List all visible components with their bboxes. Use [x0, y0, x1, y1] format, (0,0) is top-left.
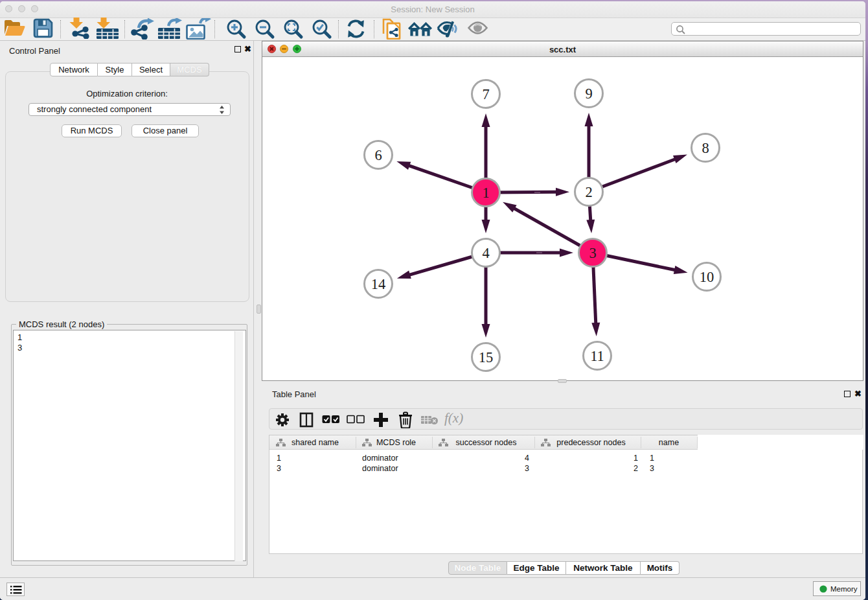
svg-text:7: 7 [482, 86, 489, 102]
svg-text:2: 2 [585, 184, 592, 200]
svg-text:9: 9 [585, 86, 592, 102]
svg-text:11: 11 [590, 348, 604, 364]
svg-text:8: 8 [702, 140, 709, 156]
svg-text:15: 15 [479, 349, 494, 365]
svg-text:3: 3 [589, 245, 596, 261]
svg-text:4: 4 [482, 245, 489, 261]
svg-text:10: 10 [700, 269, 714, 285]
svg-text:6: 6 [374, 147, 382, 163]
svg-text:1: 1 [482, 185, 489, 201]
svg-text:14: 14 [371, 276, 386, 292]
